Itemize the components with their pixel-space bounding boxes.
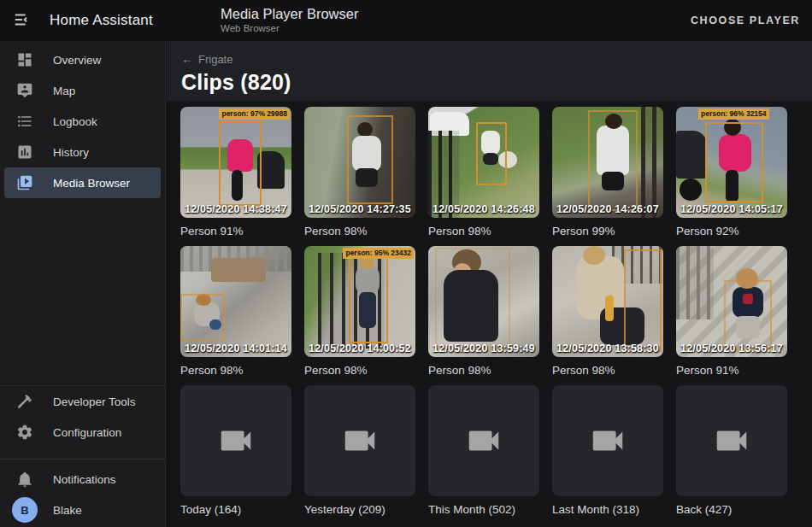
detection-box: [624, 249, 662, 352]
clip-thumbnail[interactable]: 12/05/2020 14:01:14: [180, 246, 291, 357]
clip-caption: Person 98%: [428, 364, 539, 377]
clip-card[interactable]: 12/05/2020 14:26:48 Person 98%: [428, 107, 539, 237]
sidebar-toggle-icon: [13, 10, 32, 32]
clip-thumbnail[interactable]: 12/05/2020 14:26:07: [552, 107, 663, 218]
thumbnail-art: [676, 131, 707, 179]
sidebar-item-history[interactable]: History: [4, 137, 161, 167]
sidebar-item-label: History: [53, 146, 89, 159]
folder-card-today[interactable]: Today (164): [180, 385, 291, 516]
clip-card[interactable]: person: 97% 29988 12/05/2020 14:38:47 Pe…: [180, 107, 291, 237]
clip-card[interactable]: 12/05/2020 14:01:14 Person 98%: [180, 246, 291, 377]
clip-caption: Person 91%: [676, 364, 787, 377]
media-player-subtitle: Web Browser: [221, 23, 358, 33]
clip-thumbnail[interactable]: 12/05/2020 13:56:17: [676, 246, 787, 357]
folder-tile[interactable]: [428, 385, 539, 496]
detection-box: [588, 110, 638, 211]
app-title: Home Assistant: [50, 12, 153, 29]
sidebar-item-label: Media Browser: [53, 177, 130, 190]
detection-box: [435, 248, 510, 350]
folder-label: Last Month (318): [552, 503, 663, 516]
clip-thumbnail[interactable]: 12/05/2020 13:58:30: [552, 246, 663, 357]
folder-label: Back (427): [676, 503, 787, 516]
sidebar-bottom: Developer Tools Configuration Notificati…: [0, 385, 165, 527]
folder-card-last-month[interactable]: Last Month (318): [552, 385, 663, 516]
detection-label: person: 95% 23432: [343, 248, 414, 259]
video-camera-icon: [216, 421, 256, 460]
sidebar-item-developer-tools[interactable]: Developer Tools: [4, 386, 161, 417]
detection-label: person: 97% 29988: [219, 108, 290, 120]
video-camera-icon: [464, 421, 503, 460]
video-camera-icon: [340, 421, 380, 460]
media-browser-content: ← Frigate Clips (820) person: 97% 29988 …: [167, 41, 812, 527]
chart-box-icon: [15, 142, 35, 162]
sidebar-item-label: Configuration: [53, 426, 121, 439]
user-name-label: Blake: [53, 504, 82, 517]
sidebar-item-label: Notifications: [53, 473, 116, 486]
clip-caption: Person 98%: [180, 364, 291, 377]
clip-caption: Person 98%: [304, 225, 415, 237]
clip-card[interactable]: 12/05/2020 14:27:35 Person 98%: [304, 107, 415, 237]
clip-thumbnail[interactable]: person: 97% 29988 12/05/2020 14:38:47: [180, 107, 291, 218]
folder-card-back[interactable]: Back (427): [676, 385, 787, 516]
clip-timestamp: 12/05/2020 14:01:14: [185, 343, 287, 354]
list-bulleted-icon: [15, 111, 35, 132]
clip-thumbnail[interactable]: 12/05/2020 14:27:35: [304, 107, 415, 218]
detection-box: [349, 255, 388, 343]
sidebar-item-label: Logbook: [53, 115, 97, 128]
clip-card[interactable]: person: 96% 32154 12/05/2020 14:05:17 Pe…: [676, 107, 787, 237]
sidebar-item-configuration[interactable]: Configuration: [4, 417, 161, 448]
clip-card[interactable]: 12/05/2020 13:59:49 Person 98%: [428, 246, 539, 377]
sidebar-item-logbook[interactable]: Logbook: [4, 106, 161, 137]
clips-grid: person: 97% 29988 12/05/2020 14:38:47 Pe…: [167, 101, 812, 516]
avatar: B: [12, 497, 38, 523]
clip-timestamp: 12/05/2020 14:26:07: [556, 203, 659, 215]
folder-label: This Month (502): [428, 503, 539, 516]
clip-card[interactable]: 12/05/2020 13:58:30 Person 98%: [552, 246, 663, 377]
sidebar-item-overview[interactable]: Overview: [4, 44, 161, 75]
sidebar-item-label: Map: [53, 85, 75, 97]
clip-timestamp: 12/05/2020 14:27:35: [309, 203, 411, 215]
clip-timestamp: 12/05/2020 13:56:17: [680, 343, 783, 354]
sidebar-item-media-browser[interactable]: Media Browser: [4, 167, 161, 198]
video-camera-icon: [588, 421, 627, 460]
sidebar-item-notifications[interactable]: Notifications: [4, 464, 161, 495]
clip-thumbnail[interactable]: person: 95% 23432 12/05/2020 14:00:52: [304, 246, 415, 357]
sidebar-divider: [0, 459, 165, 460]
sidebar-item-user-profile[interactable]: B Blake: [4, 495, 161, 525]
thumbnail-art: [641, 107, 663, 218]
folder-label: Today (164): [180, 503, 291, 516]
sidebar-nav: Overview Map Logbook History: [0, 41, 165, 198]
folder-card-this-month[interactable]: This Month (502): [428, 385, 539, 516]
media-player-header: Media Player Browser Web Browser: [221, 6, 358, 33]
detection-label: person: 96% 32154: [698, 108, 769, 120]
sidebar: Overview Map Logbook History: [0, 41, 166, 527]
content-header: ← Frigate Clips (820): [167, 41, 812, 101]
clip-card[interactable]: person: 95% 23432 12/05/2020 14:00:52 Pe…: [304, 246, 415, 377]
detection-box: [347, 115, 393, 204]
clip-thumbnail[interactable]: person: 96% 32154 12/05/2020 14:05:17: [676, 107, 787, 218]
clip-thumbnail[interactable]: 12/05/2020 13:59:49: [428, 246, 539, 357]
video-camera-icon: [712, 421, 751, 460]
clip-card[interactable]: 12/05/2020 14:26:07 Person 99%: [552, 107, 663, 237]
back-arrow-icon: ←: [181, 52, 193, 66]
folder-tile[interactable]: [552, 385, 663, 496]
folder-tile[interactable]: [304, 385, 415, 496]
choose-player-button[interactable]: CHOOSE PLAYER: [691, 0, 800, 41]
breadcrumb-back[interactable]: ← Frigate: [181, 52, 232, 66]
app-bar: Home Assistant Media Player Browser Web …: [0, 0, 812, 41]
sidebar-toggle-button[interactable]: [5, 3, 39, 38]
sidebar-item-map[interactable]: Map: [4, 75, 161, 106]
detection-box: [219, 120, 262, 206]
clip-timestamp: 12/05/2020 14:00:52: [309, 343, 411, 354]
clip-caption: Person 98%: [428, 225, 539, 237]
clip-thumbnail[interactable]: 12/05/2020 14:26:48: [428, 107, 539, 218]
folder-tile[interactable]: [180, 385, 291, 496]
clip-caption: Person 91%: [180, 225, 291, 237]
clip-timestamp: 12/05/2020 13:58:30: [556, 343, 659, 354]
folder-tile[interactable]: [676, 385, 787, 496]
folder-card-yesterday[interactable]: Yesterday (209): [304, 385, 415, 516]
detection-box: [724, 280, 772, 350]
sidebar-item-label: Overview: [53, 54, 101, 67]
bell-icon: [15, 469, 35, 489]
clip-card[interactable]: 12/05/2020 13:56:17 Person 91%: [676, 246, 787, 377]
